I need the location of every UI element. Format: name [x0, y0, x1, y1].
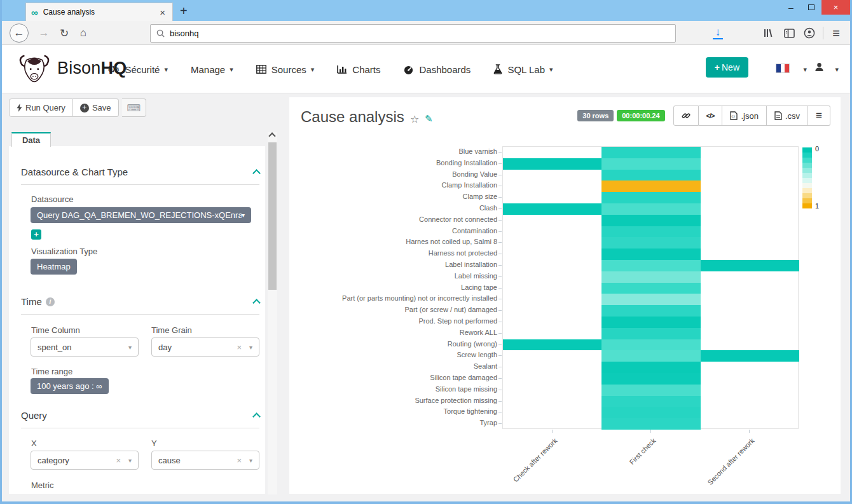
star-icon[interactable]: ☆	[410, 113, 419, 125]
new-tab-button[interactable]: +	[180, 4, 188, 18]
link-icon	[682, 111, 691, 120]
export-json-button[interactable]: {;} .json	[722, 106, 766, 126]
user-icon[interactable]	[814, 62, 825, 75]
clear-icon[interactable]: ×	[237, 456, 242, 465]
axis-tick	[498, 242, 502, 243]
section-time-title[interactable]: Timei	[21, 296, 55, 307]
heatmap-cell[interactable]	[601, 147, 701, 158]
clear-icon[interactable]: ×	[116, 456, 121, 465]
rows-badge: 30 rows	[577, 110, 614, 121]
nav-item-sql-lab[interactable]: SQL Lab ▾	[493, 64, 553, 75]
viz-type-button[interactable]: Heatmap	[31, 259, 77, 275]
heatmap-cell[interactable]	[601, 237, 701, 249]
heatmap-cell[interactable]	[503, 158, 601, 170]
colorbar-step	[802, 203, 812, 208]
chevron-up-icon[interactable]	[252, 169, 261, 177]
minimize-button[interactable]: –	[781, 0, 801, 15]
section-query-title[interactable]: Query	[21, 410, 47, 421]
heatmap-cell[interactable]	[601, 249, 701, 260]
heatmap-cell[interactable]	[503, 203, 601, 215]
section-datasource-title[interactable]: Datasource & Chart Type	[21, 167, 128, 177]
download-icon[interactable]: ↓	[709, 24, 727, 42]
reload-button[interactable]: ↻	[55, 24, 73, 42]
heatmap-cell[interactable]	[601, 294, 701, 305]
time-grain-select[interactable]: day × ▾	[151, 337, 259, 357]
heatmap-cell[interactable]	[601, 350, 701, 362]
plus-icon: +	[715, 62, 720, 72]
save-button[interactable]: + Save	[73, 99, 119, 117]
heatmap-cell[interactable]	[601, 260, 701, 271]
scrollbar-thumb[interactable]	[268, 142, 277, 290]
table-icon	[256, 65, 266, 74]
heatmap-row-label: Bonding Installation	[289, 158, 497, 169]
heatmap-cell[interactable]	[701, 260, 799, 271]
heatmap-cell[interactable]	[601, 418, 701, 430]
heatmap-row-label: Torque tightening	[289, 406, 497, 418]
maximize-button[interactable]	[801, 0, 821, 15]
tab-close-icon[interactable]: ×	[158, 7, 167, 18]
heatmap-cell[interactable]	[601, 283, 701, 294]
chevron-down-icon[interactable]: ▾	[803, 65, 807, 74]
heatmap-cell[interactable]	[601, 407, 701, 418]
menu-icon[interactable]: ≡	[827, 24, 845, 42]
heatmap-cell[interactable]	[601, 203, 701, 215]
export-csv-button[interactable]: .csv	[767, 106, 808, 126]
chevron-up-icon[interactable]	[252, 412, 261, 421]
panel-scrollbar[interactable]	[268, 132, 277, 494]
heatmap-cell[interactable]	[601, 271, 701, 283]
address-bar[interactable]: bisonhq	[150, 24, 676, 43]
heatmap-row-label: Bonding Value	[289, 169, 497, 180]
home-button[interactable]: ⌂	[74, 24, 92, 42]
nav-item-securite[interactable]: ⚙⚙ Sécurité ▾	[107, 64, 168, 75]
x-select[interactable]: category × ▾	[31, 451, 139, 470]
heatmap-cell[interactable]	[601, 226, 701, 237]
colorbar-max-label: 0	[815, 145, 819, 153]
heatmap-cell[interactable]	[601, 192, 701, 203]
chart-menu-button[interactable]: ≡	[808, 106, 830, 126]
heatmap-cell[interactable]	[601, 317, 701, 328]
sidebar-icon[interactable]	[780, 24, 798, 42]
y-select[interactable]: cause × ▾	[151, 451, 259, 470]
heatmap-cell[interactable]	[601, 170, 701, 180]
heatmap-cell[interactable]	[601, 328, 701, 339]
heatmap-cell[interactable]	[601, 339, 701, 350]
edit-pencil-icon[interactable]: ✎	[425, 113, 433, 125]
heatmap-cell[interactable]	[601, 396, 701, 407]
time-column-select[interactable]: spent_on ▾	[31, 337, 139, 357]
heatmap-cell[interactable]	[601, 305, 701, 317]
scroll-up-icon[interactable]	[268, 132, 275, 139]
nav-item-manage[interactable]: Manage ▾	[191, 64, 233, 75]
back-button[interactable]: ←	[10, 24, 29, 43]
forward-button[interactable]: →	[35, 24, 53, 42]
heatmap-cell[interactable]	[601, 385, 701, 396]
run-query-button[interactable]: Run Query	[9, 99, 73, 117]
tab-data[interactable]: Data	[11, 132, 51, 147]
nav-item-dashboards[interactable]: Dashboards	[403, 64, 471, 75]
new-button[interactable]: +New	[706, 57, 748, 78]
close-window-button[interactable]: ×	[821, 0, 850, 15]
heatmap-cell[interactable]	[601, 373, 701, 385]
nav-item-charts[interactable]: Charts	[337, 64, 380, 75]
account-icon[interactable]	[800, 24, 818, 42]
nav-item-sources[interactable]: Sources ▾	[256, 64, 315, 75]
share-link-button[interactable]	[673, 106, 699, 126]
library-icon[interactable]	[759, 24, 777, 42]
heatmap-cell[interactable]	[601, 180, 701, 192]
heatmap-cell[interactable]	[503, 339, 601, 350]
add-datasource-button[interactable]: +	[31, 229, 41, 240]
language-flag-icon[interactable]	[776, 64, 790, 73]
clear-icon[interactable]: ×	[237, 343, 242, 352]
heatmap-plot	[502, 146, 799, 429]
time-range-button[interactable]: 100 years ago : ∞	[31, 378, 109, 394]
heatmap-cell[interactable]	[601, 362, 701, 373]
heatmap-row-label: Harnes not coiled up, Salmi 8	[289, 236, 497, 248]
chevron-up-icon[interactable]	[252, 299, 261, 307]
heatmap-cell[interactable]	[601, 215, 701, 226]
embed-code-button[interactable]: </>	[699, 106, 723, 126]
datasource-select[interactable]: Query DAG_QA_BREMEN_WO_REJECTIONS-xQEnra…	[31, 207, 251, 223]
chevron-down-icon[interactable]: ▾	[835, 65, 839, 74]
browser-tab[interactable]: ∞ Cause analysis ×	[25, 3, 173, 21]
heatmap-cell[interactable]	[701, 350, 799, 362]
keyboard-shortcuts-button[interactable]: ⌨	[122, 99, 147, 117]
heatmap-cell[interactable]	[601, 158, 701, 170]
